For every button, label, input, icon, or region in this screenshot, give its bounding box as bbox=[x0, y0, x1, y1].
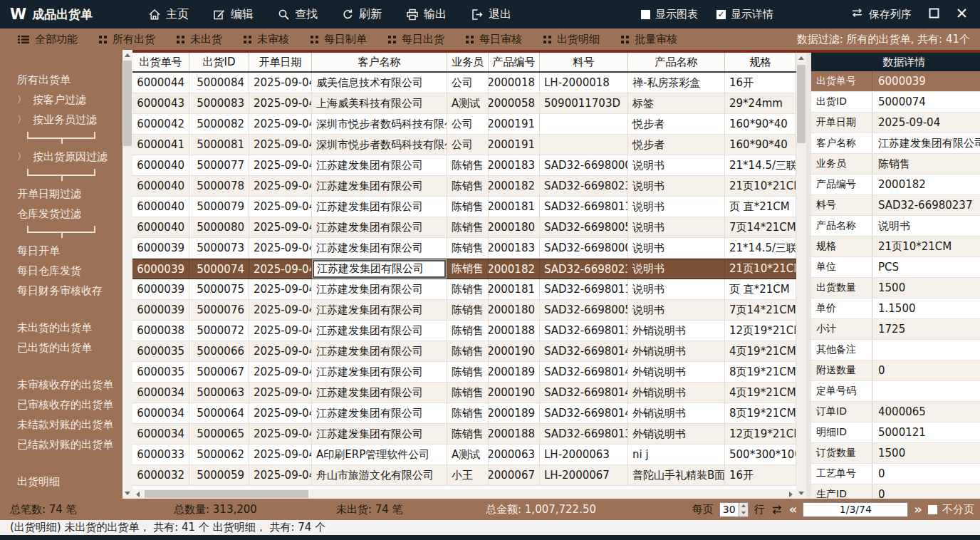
tab-batch-audit[interactable]: 批量审核 bbox=[612, 29, 687, 50]
table-cell[interactable]: 悦步者 bbox=[628, 114, 725, 134]
table-cell[interactable]: 陈销售 bbox=[447, 176, 489, 196]
sidebar-item[interactable]: 开单日期过滤 bbox=[0, 184, 123, 204]
table-cell[interactable]: 说明书 bbox=[628, 217, 725, 237]
show-chart-toggle[interactable]: 显示图表 bbox=[641, 8, 698, 21]
table-cell[interactable]: 5000064 bbox=[189, 403, 249, 423]
table-cell[interactable]: 21*14.5/三联 bbox=[725, 238, 796, 258]
table-cell[interactable]: 说明书 bbox=[628, 279, 725, 299]
table-cell[interactable]: SAD32-66980054 bbox=[540, 217, 628, 237]
table-cell[interactable]: 6000034 bbox=[132, 424, 189, 444]
table-cell[interactable]: 6000039 bbox=[132, 300, 189, 320]
table-cell[interactable]: 12页19*21CM bbox=[725, 321, 796, 341]
table-cell[interactable]: 2000189 bbox=[489, 362, 540, 382]
table-cell[interactable]: 陈销售 bbox=[447, 217, 489, 237]
column-header[interactable]: 产品编号 bbox=[489, 53, 540, 71]
table-cell[interactable]: 500*300*100 bbox=[725, 445, 796, 464]
scroll-up-arrow[interactable] bbox=[123, 50, 132, 61]
table-cell[interactable]: 5000082 bbox=[189, 114, 249, 134]
table-cell[interactable]: 江苏建发集团有限公司 bbox=[312, 403, 447, 423]
table-cell[interactable]: 6000035 bbox=[132, 362, 189, 382]
sidebar-scrollbar[interactable] bbox=[123, 50, 132, 499]
detail-field-row[interactable]: 客户名称江苏建发集团有限公司 bbox=[811, 133, 980, 154]
table-cell[interactable]: 公司 bbox=[447, 114, 489, 134]
table-cell[interactable]: 7页14*21CM bbox=[725, 217, 796, 237]
table-cell[interactable]: 6000032 bbox=[132, 465, 189, 485]
table-cell[interactable]: 2025-09-04 bbox=[249, 176, 312, 196]
table-row-selected[interactable]: 600003950000742025-09-04江苏建发集团有限公司陈销售200… bbox=[132, 259, 796, 279]
table-cell[interactable]: 6000034 bbox=[132, 383, 189, 403]
detail-field-row[interactable]: 工艺单号0 bbox=[811, 464, 980, 484]
sidebar-item[interactable]: 仓库发货过滤 bbox=[0, 204, 123, 224]
table-cell[interactable]: SAD32-66980008 bbox=[540, 155, 628, 175]
table-cell[interactable]: 2025-09-04 bbox=[249, 155, 312, 175]
scrollbar-thumb[interactable] bbox=[797, 65, 806, 143]
table-cell[interactable]: 2025-09-04 bbox=[249, 217, 312, 237]
table-cell[interactable]: 6000041 bbox=[132, 135, 189, 155]
table-cell[interactable]: 21页10*21CM bbox=[725, 259, 796, 279]
table-cell[interactable]: 陈销售 bbox=[447, 279, 489, 299]
table-row[interactable]: 600003250000592025-09-04舟山市旅游文化有限公司小王200… bbox=[132, 465, 796, 486]
menu-edit-button[interactable]: 编辑 bbox=[204, 3, 262, 26]
sidebar-item[interactable]: 已出货的出货单 bbox=[0, 338, 123, 358]
table-cell[interactable]: SAD32-66980237 bbox=[540, 259, 628, 279]
table-cell[interactable]: 2000180 bbox=[489, 217, 540, 237]
table-cell[interactable]: LH-2000018 bbox=[540, 73, 628, 93]
table-row[interactable]: 600004050000782025-09-04江苏建发集团有限公司陈销售200… bbox=[132, 176, 796, 197]
table-cell[interactable]: 江苏建发集团有限公司 bbox=[312, 424, 447, 444]
table-cell[interactable]: 4页19*21CM bbox=[725, 341, 796, 361]
table-cell[interactable]: 2025-09-04 bbox=[249, 341, 312, 361]
table-cell[interactable]: 陈销售 bbox=[447, 197, 489, 217]
table-cell[interactable]: 2000182 bbox=[489, 176, 540, 196]
table-cell[interactable]: 6000042 bbox=[132, 114, 189, 134]
sidebar-item[interactable]: 所有出货单 bbox=[0, 70, 123, 90]
table-cell[interactable]: 江苏建发集团有限公司 bbox=[312, 341, 447, 361]
table-cell[interactable]: 陈销售 bbox=[447, 300, 489, 320]
scroll-right-arrow[interactable] bbox=[786, 489, 796, 499]
table-cell[interactable]: 陈销售 bbox=[447, 424, 489, 444]
table-horizontal-scrollbar[interactable] bbox=[132, 489, 796, 499]
table-cell[interactable]: 5090011703D bbox=[540, 93, 628, 113]
table-cell[interactable]: 2000191 bbox=[489, 114, 540, 134]
table-row[interactable]: 600004250000822025-09-04深圳市悦步者数码科技有限公司公司… bbox=[132, 114, 796, 135]
table-cell[interactable]: 威美信息技术有限公司 bbox=[312, 73, 447, 93]
table-cell[interactable]: SAD32-66980237 bbox=[540, 176, 628, 196]
cell-editor-input[interactable]: 江苏建发集团有限公司 bbox=[313, 260, 446, 278]
table-cell[interactable]: 标签 bbox=[628, 93, 725, 113]
table-cell[interactable]: 外销说明书 bbox=[628, 403, 725, 423]
table-cell[interactable]: 外销说明书 bbox=[628, 383, 725, 403]
table-cell[interactable]: 2025-09-04 bbox=[249, 93, 312, 113]
table-cell[interactable]: 2025-09-04 bbox=[249, 259, 312, 279]
show-detail-checkbox[interactable] bbox=[716, 10, 726, 19]
table-cell[interactable]: 2025-09-04 bbox=[249, 135, 312, 155]
table-cell[interactable]: 江苏建发集团有限公司 bbox=[312, 197, 447, 217]
tab-daily-orders[interactable]: 每日制单 bbox=[301, 29, 376, 50]
table-cell[interactable]: 2025-09-04 bbox=[249, 73, 312, 93]
detail-field-row[interactable]: 生产ID0 bbox=[811, 484, 980, 499]
table-cell[interactable]: 6000044 bbox=[132, 73, 189, 93]
table-cell[interactable]: 2000067 bbox=[489, 465, 540, 485]
detail-field-row[interactable]: 出货ID5000074 bbox=[811, 92, 980, 113]
menu-exit-button[interactable]: 退出 bbox=[462, 3, 520, 26]
table-cell[interactable]: 5000067 bbox=[189, 362, 249, 382]
table-cell[interactable]: 陈销售 bbox=[447, 321, 489, 341]
table-cell[interactable]: 5000062 bbox=[189, 445, 249, 464]
table-cell[interactable]: 6000043 bbox=[132, 93, 189, 113]
table-cell[interactable]: 6000033 bbox=[132, 445, 189, 464]
table-cell[interactable]: SAD32-66980145 bbox=[540, 403, 628, 423]
table-cell[interactable]: 8页19*21CM bbox=[725, 403, 796, 423]
sidebar-item[interactable]: 每日财务审核收存 bbox=[0, 281, 123, 301]
table-cell[interactable]: 禅-私房茶彩盒 bbox=[628, 73, 725, 93]
table-row[interactable]: 600004050000802025-09-04江苏建发集团有限公司陈销售200… bbox=[132, 217, 796, 238]
sidebar-item[interactable]: 每日仓库发货 bbox=[0, 261, 123, 281]
next-page-button[interactable]: » bbox=[914, 503, 922, 516]
table-cell[interactable]: 2000189 bbox=[489, 403, 540, 423]
sidebar-item[interactable]: 〉按客户过滤 bbox=[0, 90, 123, 110]
table-cell[interactable]: 6000039 bbox=[132, 279, 189, 299]
table-cell[interactable]: 6000035 bbox=[132, 341, 189, 361]
table-cell[interactable]: 页 直*21CM bbox=[725, 279, 796, 299]
table-cell[interactable]: 江苏建发集团有限公司 bbox=[312, 321, 447, 341]
table-cell[interactable]: 江苏建发集团有限公司 bbox=[312, 279, 447, 299]
sidebar-item[interactable]: 已结款对账的出货单 bbox=[0, 435, 123, 455]
table-cell[interactable]: 2000188 bbox=[489, 321, 540, 341]
show-chart-checkbox[interactable] bbox=[641, 10, 650, 19]
